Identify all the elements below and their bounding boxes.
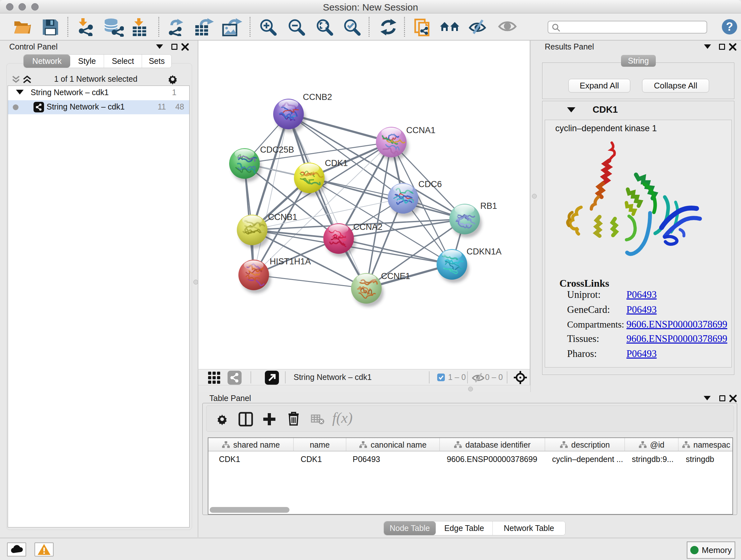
svg-text:CCNB1: CCNB1 (268, 212, 297, 222)
svg-text:RB1: RB1 (480, 201, 497, 211)
svg-text:CCNE1: CCNE1 (381, 271, 410, 281)
svg-text:CCNB2: CCNB2 (303, 92, 332, 102)
svg-text:CCNA2: CCNA2 (353, 222, 383, 232)
svg-text:CDK1: CDK1 (325, 159, 348, 168)
svg-text:CDKN1A: CDKN1A (467, 247, 502, 256)
svg-text:CDC25B: CDC25B (260, 145, 294, 154)
svg-text:CCNA1: CCNA1 (406, 125, 435, 135)
svg-text:CDC6: CDC6 (418, 179, 442, 189)
svg-text:HIST1H1A: HIST1H1A (270, 257, 311, 266)
